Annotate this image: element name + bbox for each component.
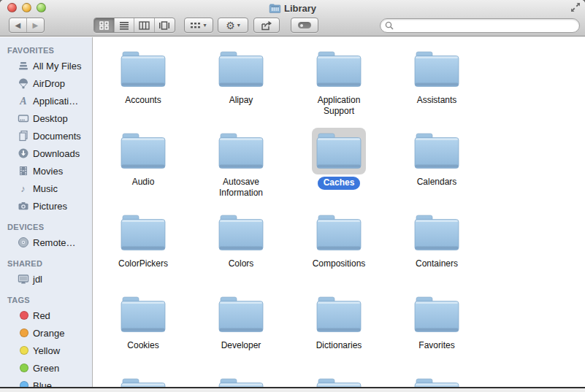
coverflow-view-button[interactable]	[155, 18, 175, 32]
sidebar-item-pictures[interactable]: Pictures	[0, 197, 92, 215]
sidebar-item-jdl[interactable]: jdl	[0, 270, 92, 288]
column-view-icon	[139, 21, 150, 30]
folder-item[interactable]: Dictionaries	[290, 291, 388, 373]
folder-label-selected: Caches	[318, 177, 361, 190]
folder-item-partial[interactable]	[290, 373, 388, 387]
folder-label: Assistants	[417, 95, 457, 106]
icon-view-icon	[99, 21, 109, 30]
folder-icon	[413, 132, 460, 170]
action-button[interactable]: ⚙ ▾	[218, 18, 248, 33]
folder-item[interactable]: Alipay	[192, 46, 290, 128]
folder-item[interactable]: ColorPickers	[94, 210, 192, 291]
search-field[interactable]	[380, 18, 580, 33]
sidebar-item-label: Desktop	[33, 113, 68, 124]
folder-item[interactable]: Accounts	[94, 46, 192, 128]
traffic-lights	[7, 3, 46, 12]
tag-green-dot	[20, 364, 28, 372]
search-input[interactable]	[397, 20, 579, 31]
share-icon	[261, 20, 272, 31]
desktop-icon	[17, 112, 29, 124]
folder-item[interactable]: Compositions	[290, 210, 388, 291]
sidebar-item-label: Applicati…	[33, 96, 78, 107]
fullscreen-button[interactable]	[570, 2, 582, 14]
folder-item[interactable]: Audio	[94, 128, 192, 210]
sidebar-section-tags: TAGS	[7, 296, 92, 304]
folder-label: Dictionaries	[316, 340, 362, 351]
folder-item[interactable]: Autosave Information	[192, 128, 290, 210]
share-button[interactable]	[253, 18, 280, 33]
minimize-button[interactable]	[22, 3, 31, 12]
sidebar-item-downloads[interactable]: Downloads	[0, 145, 92, 162]
coverflow-view-icon	[158, 21, 170, 30]
navigation-buttons: ◀ ▶	[9, 18, 45, 33]
sidebar-item-tag-orange[interactable]: Orange	[0, 324, 92, 342]
folder-icon	[316, 50, 362, 88]
sidebar-item-desktop[interactable]: Desktop	[0, 109, 92, 127]
folder-item[interactable]: Colors	[192, 210, 290, 291]
back-button[interactable]: ◀	[9, 18, 27, 32]
folder-icon	[120, 50, 167, 88]
icon-grid: Accounts Alipay Application Support Assi…	[93, 37, 585, 387]
folder-item[interactable]: Cookies	[94, 291, 192, 373]
folder-item[interactable]: Assistants	[388, 46, 486, 128]
sidebar-item-tag-red[interactable]: Red	[0, 307, 92, 324]
folder-item-selected[interactable]: Caches	[290, 128, 388, 210]
chevron-down-icon: ▾	[237, 22, 240, 28]
zoom-button[interactable]	[37, 3, 46, 12]
folder-icon	[120, 214, 167, 252]
sidebar-item-tag-green[interactable]: Green	[0, 359, 92, 377]
folder-item[interactable]: Application Support	[290, 46, 388, 128]
icon-view-button[interactable]	[94, 18, 115, 32]
edit-tags-button[interactable]	[291, 18, 318, 33]
folder-label: ColorPickers	[118, 258, 168, 269]
arrange-button[interactable]: ▾	[184, 18, 213, 33]
folder-item[interactable]: Containers	[388, 210, 486, 291]
folder-item[interactable]: Calendars	[388, 128, 486, 210]
forward-button[interactable]: ▶	[27, 18, 45, 32]
list-view-button[interactable]	[115, 18, 135, 32]
svg-text:A: A	[19, 96, 26, 107]
grid-row: Cookies Developer Dictionaries Favorites	[94, 291, 585, 373]
close-button[interactable]	[7, 3, 17, 12]
folder-icon	[120, 377, 167, 387]
grid-row: ColorPickers Colors Compositions Contain…	[94, 210, 585, 291]
folder-item[interactable]: Developer	[192, 291, 290, 373]
folder-item-partial[interactable]	[94, 373, 192, 387]
sidebar-item-tag-yellow[interactable]: Yellow	[0, 342, 92, 359]
sidebar-section-devices: DEVICES	[7, 223, 92, 231]
folder-item-partial[interactable]	[388, 373, 486, 387]
folder-icon	[218, 377, 264, 387]
sidebar-item-tag-blue[interactable]: Blue	[0, 377, 92, 387]
forward-arrow-icon: ▶	[32, 21, 38, 29]
tag-red-dot	[20, 311, 28, 320]
file-browser-area: Accounts Alipay Application Support Assi…	[93, 37, 585, 387]
list-view-icon	[119, 21, 129, 30]
airdrop-icon	[17, 77, 29, 89]
folder-label: Favorites	[418, 340, 454, 351]
folder-icon	[413, 50, 460, 88]
sidebar-item-all-my-files[interactable]: All My Files	[0, 57, 92, 74]
folder-icon	[218, 296, 264, 334]
folder-icon	[316, 214, 362, 252]
folder-item-partial[interactable]	[192, 373, 290, 387]
folder-label: Accounts	[125, 95, 161, 106]
sidebar-item-remote-disc[interactable]: Remote…	[0, 234, 92, 251]
sidebar-item-documents[interactable]: Documents	[0, 127, 92, 145]
arrange-grid-icon	[191, 22, 200, 29]
camera-icon	[17, 200, 29, 212]
sidebar-item-label: jdl	[33, 274, 42, 285]
folder-icon	[316, 132, 362, 170]
sidebar-item-movies[interactable]: Movies	[0, 162, 92, 180]
sidebar-item-applications[interactable]: A Applicati…	[0, 92, 92, 109]
sidebar-item-label: Orange	[33, 328, 64, 339]
window-header: Library ◀ ▶	[0, 0, 585, 36]
content-area: FAVORITES All My Files	[0, 37, 585, 387]
sidebar-item-label: Remote…	[33, 237, 76, 248]
sidebar-item-music[interactable]: ♪ Music	[0, 180, 92, 197]
column-view-button[interactable]	[134, 18, 155, 32]
folder-item[interactable]: Favorites	[388, 291, 486, 373]
sidebar-section-favorites: FAVORITES	[7, 46, 92, 55]
window-bottom-shadow	[0, 388, 585, 392]
sidebar-item-airdrop[interactable]: AirDrop	[0, 74, 92, 92]
tag-blue-dot	[20, 381, 28, 387]
